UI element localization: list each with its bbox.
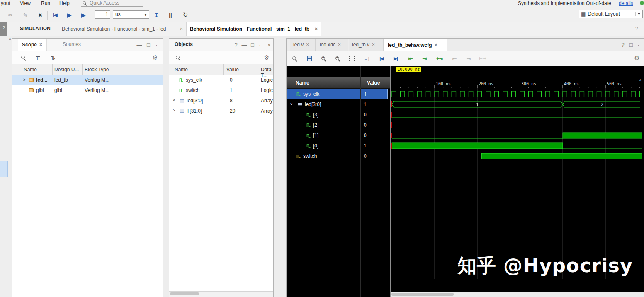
col-name[interactable]: Name [175, 67, 188, 72]
close-icon[interactable]: × [306, 42, 309, 48]
maximize-icon[interactable]: □ [627, 40, 636, 49]
minimize-icon[interactable]: — [135, 40, 144, 49]
wave-name-header[interactable]: Name [287, 77, 360, 89]
close-icon[interactable]: × [39, 42, 42, 48]
close-icon[interactable]: × [372, 42, 375, 48]
zoom-to-cursor-icon[interactable]: →| [362, 54, 371, 63]
name-value-divider[interactable] [360, 66, 361, 297]
float-icon[interactable]: ⌐ [256, 40, 265, 49]
wave-value-cell[interactable]: 0 [360, 110, 388, 120]
run-all-icon[interactable]: ▶ [65, 10, 74, 19]
edit-icon[interactable]: ✎ [21, 10, 30, 19]
search-icon[interactable] [173, 53, 182, 62]
go-to-time-0-icon[interactable]: |◀ [377, 54, 386, 63]
run-for-time-icon[interactable]: ▶ [79, 10, 88, 19]
menu-item-view[interactable]: View [20, 0, 31, 6]
gear-icon[interactable]: ⚙ [151, 53, 160, 62]
kill-simulation-icon[interactable]: ✖ [36, 10, 45, 19]
cursor-badge[interactable]: 10.000 ns [396, 67, 421, 72]
gear-icon[interactable]: ⚙ [632, 54, 642, 63]
table-row[interactable]: sys_clk 0 Logic [169, 75, 273, 85]
wave-signal-row-led2[interactable]: [2] [287, 120, 360, 130]
chevron-right-icon[interactable]: > [23, 77, 26, 83]
save-icon[interactable] [305, 54, 314, 63]
horizontal-scrollbar[interactable] [391, 292, 644, 297]
details-link[interactable]: details [619, 0, 633, 6]
scrollbar-thumb[interactable] [391, 293, 454, 296]
wave-value-cell[interactable]: 0 [360, 120, 388, 130]
search-icon[interactable] [290, 54, 299, 63]
scroll-up-icon[interactable]: ∧ [639, 78, 642, 82]
collapsed-tab-highlight[interactable] [0, 161, 8, 177]
time-unit-select[interactable]: us ▾ [113, 10, 149, 19]
previous-transition-icon[interactable]: ⇤ [406, 54, 415, 63]
add-marker-icon[interactable]: +⇥ [435, 54, 444, 63]
close-icon[interactable]: × [315, 26, 318, 32]
close-icon[interactable]: × [265, 40, 274, 49]
restart-simulation-icon[interactable]: |◀ [51, 10, 60, 19]
scroll-up-icon[interactable]: ∧ [8, 36, 12, 41]
table-row[interactable]: switch 1 Logic [169, 85, 273, 96]
help-icon[interactable]: ? [618, 40, 627, 49]
help-icon[interactable]: ? [635, 26, 638, 31]
wave-value-cell[interactable]: 1 [360, 99, 388, 110]
collapsed-panel-corner[interactable]: ? [0, 22, 7, 36]
gear-icon[interactable]: ⚙ [262, 53, 271, 62]
tab-sources[interactable]: Sources [63, 41, 81, 47]
sort-icon[interactable]: ⇅ [49, 53, 58, 62]
zoom-fit-icon[interactable] [347, 54, 356, 63]
wave-signal-row-led0[interactable]: [0] [287, 141, 360, 151]
collapse-all-icon[interactable]: ⇈ [34, 53, 43, 62]
table-row[interactable]: > led[3:0] 8 Array [169, 96, 273, 106]
close-icon[interactable]: × [180, 26, 183, 32]
chevron-down-icon[interactable]: ∨ [290, 101, 293, 106]
next-transition-icon[interactable]: ⇥ [420, 54, 429, 63]
col-design-unit[interactable]: Design U... [54, 67, 79, 72]
sim-tab-led[interactable]: Behavioral Simulation - Functional - sim… [58, 22, 187, 36]
interval-icon[interactable]: ⊢⊣ [478, 54, 487, 63]
swap-cursor-icon[interactable]: ⇤ [450, 54, 459, 63]
close-icon[interactable]: × [434, 42, 437, 48]
search-icon[interactable] [19, 53, 28, 62]
wave-value-cell[interactable]: 0 [360, 151, 388, 162]
scroll-up-icon[interactable]: ∧ [270, 68, 272, 71]
tab-led-tb-v[interactable]: led_tb.v × [349, 39, 384, 51]
chevron-right-icon[interactable]: > [173, 98, 175, 102]
horizontal-scrollbar[interactable] [169, 291, 273, 297]
wave-signal-row-switch[interactable]: switch [287, 151, 360, 162]
wave-signal-row-led3[interactable]: [3] [287, 110, 360, 120]
chevron-right-icon[interactable]: > [173, 108, 175, 113]
zoom-out-icon[interactable]: − [333, 54, 342, 63]
pause-icon[interactable]: || [166, 10, 175, 19]
wave-signal-row-led[interactable]: ∨ led[3:0] [287, 99, 360, 110]
wave-value-header[interactable]: Value [360, 77, 390, 89]
col-value[interactable]: Value [226, 67, 239, 72]
table-row[interactable]: > T[31:0] 20 Array [169, 106, 273, 116]
wave-value-cell[interactable]: 0 [360, 130, 388, 141]
wave-value-cell[interactable]: 1 [360, 141, 388, 151]
table-row[interactable]: glbl glbl Verilog M... [12, 85, 163, 96]
col-name[interactable]: Name [24, 67, 37, 72]
run-time-input[interactable]: 1 [95, 10, 110, 19]
maximize-icon[interactable]: □ [248, 40, 257, 49]
relaunch-icon[interactable]: ↻ [181, 10, 190, 19]
quick-access-search[interactable]: Quick Access [81, 0, 143, 7]
table-row[interactable]: > led... led_tb Verilog M... [12, 75, 163, 85]
scrollbar-thumb[interactable] [170, 292, 199, 295]
help-icon[interactable]: ? [231, 40, 241, 49]
menu-item-help[interactable]: Help [59, 0, 70, 6]
zoom-in-icon[interactable]: + [319, 54, 328, 63]
cut-icon[interactable]: ✂ [6, 10, 15, 19]
maximize-icon[interactable]: □ [144, 40, 153, 49]
go-to-time-end-icon[interactable]: ▶| [391, 54, 400, 63]
close-icon[interactable]: × [338, 42, 341, 48]
sim-tab-led-tb[interactable]: Behavioral Simulation - Functional - sim… [187, 22, 321, 36]
tab-led-v[interactable]: led.v × [290, 39, 316, 51]
float-icon[interactable]: ⌐ [635, 40, 644, 49]
menu-item-run[interactable]: Run [41, 0, 50, 6]
menu-item-layout[interactable]: yout [1, 0, 10, 6]
wave-signal-row-sys-clk[interactable]: sys_clk [287, 89, 360, 99]
step-icon[interactable]: ↧ [152, 10, 161, 19]
tab-led-tb-behav-wcfg[interactable]: led_tb_behav.wcfg × [384, 39, 447, 51]
float-icon[interactable]: ⌐ [153, 40, 162, 49]
